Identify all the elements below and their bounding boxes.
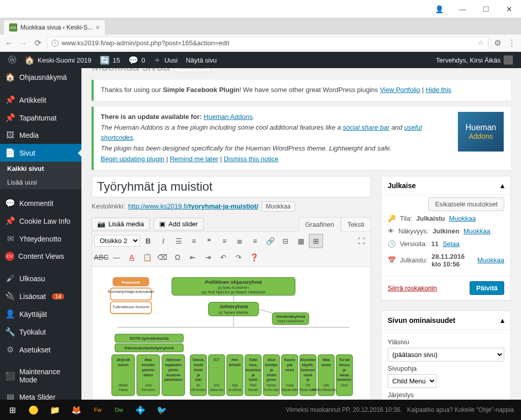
align-left-button[interactable]: ≡: [217, 234, 231, 248]
toggle-icon[interactable]: ▴: [501, 182, 504, 190]
site-name-link[interactable]: 🏠Keski-Suomi 2019: [20, 52, 96, 68]
task-fw-icon[interactable]: Fw: [88, 400, 108, 420]
browser-menu-icon[interactable]: ⋮: [507, 38, 517, 48]
italic-button[interactable]: I: [156, 234, 170, 248]
more-button[interactable]: ⊟: [278, 234, 293, 248]
hr-button[interactable]: —: [109, 250, 124, 264]
help-button[interactable]: ❓: [247, 250, 261, 264]
start-button[interactable]: ⊞: [2, 400, 22, 420]
columns-button[interactable]: ▦: [294, 234, 308, 248]
tab-close-icon[interactable]: ×: [96, 23, 100, 32]
task-app-icon[interactable]: 💠: [130, 400, 151, 420]
comments-link[interactable]: 💬0: [124, 52, 149, 68]
task-chrome-icon[interactable]: 🟡: [23, 400, 44, 420]
add-slider-button[interactable]: ▣Add slider: [154, 218, 204, 230]
reload-icon[interactable]: ⟳: [33, 38, 43, 48]
dismiss-notice-link[interactable]: Dismiss this notice: [224, 155, 279, 163]
window-maximize-button[interactable]: ☐: [474, 0, 498, 18]
menu-comments[interactable]: 💬Kommentit: [0, 194, 81, 212]
menu-appearance[interactable]: 🖌Ulkoasu: [0, 270, 81, 287]
social-share-link[interactable]: social share bar: [343, 124, 390, 131]
remind-later-link[interactable]: Remind me later: [170, 155, 218, 163]
toggle-icon[interactable]: ▴: [501, 316, 504, 324]
user-greeting[interactable]: Tervehdys, Kirsi Äikäs: [432, 52, 517, 68]
browse-revisions-link[interactable]: Selaa: [443, 240, 459, 248]
updates-link[interactable]: 🔄15: [96, 52, 124, 68]
menu-maintenance[interactable]: ⬛Maintenance Mode: [0, 364, 81, 388]
wp-logo[interactable]: ⓦ: [4, 52, 20, 68]
text-tab[interactable]: Teksti: [341, 217, 371, 231]
edit-date-link[interactable]: Muokkaa: [477, 256, 504, 264]
edit-visibility-link[interactable]: Muokkaa: [464, 227, 490, 235]
align-right-button[interactable]: ≡: [248, 234, 262, 248]
menu-settings[interactable]: ⚙Asetukset: [0, 341, 81, 358]
task-thunderbird-icon[interactable]: 🐦: [152, 400, 172, 420]
task-explorer-icon[interactable]: 📁: [45, 400, 65, 420]
bookmark-star-icon[interactable]: ☆: [478, 39, 484, 47]
undo-button[interactable]: ↶: [216, 250, 230, 264]
permalink-base-link[interactable]: http://www.ks2019.fi/tyoryhmat-ja-muisti…: [128, 202, 258, 210]
new-content-link[interactable]: ＋Uusi: [149, 52, 182, 68]
paste-text-button[interactable]: 📋: [140, 250, 154, 264]
textcolor-button[interactable]: A: [125, 250, 139, 264]
format-select[interactable]: Otsikko 2: [94, 235, 140, 247]
begin-updating-link[interactable]: Begin updating plugin: [101, 155, 164, 163]
submenu-all-pages[interactable]: Kaikki sivut: [0, 162, 81, 175]
window-close-button[interactable]: ✕: [498, 0, 521, 18]
menu-media[interactable]: 🖼Media: [0, 127, 81, 144]
window-account-icon[interactable]: 👤: [427, 0, 451, 18]
hueman-addons-link[interactable]: Hueman Addons: [204, 113, 252, 121]
template-select[interactable]: Child Menu: [388, 374, 437, 388]
number-list-button[interactable]: ≡: [187, 234, 201, 248]
svg-text:piiriin: piiriin: [168, 368, 178, 372]
back-icon[interactable]: ←: [4, 39, 14, 48]
submenu-add-new[interactable]: Lisää uusi: [0, 175, 81, 189]
indent-button[interactable]: ⇥: [201, 250, 215, 264]
link-button[interactable]: 🔗: [263, 234, 277, 248]
add-media-button[interactable]: 📷Lisää media: [92, 218, 150, 230]
menu-dashboard[interactable]: 🏠Ohjausnäkymä: [0, 68, 81, 86]
fullscreen-button[interactable]: ⛶: [354, 234, 368, 248]
preview-button[interactable]: Esikatsele muutokset: [428, 197, 504, 211]
menu-users[interactable]: 👤Käyttäjät: [0, 305, 81, 323]
strike-button[interactable]: ABC: [94, 250, 108, 264]
view-page-link[interactable]: Näytä sivu: [182, 52, 221, 68]
bullet-list-button[interactable]: ☰: [171, 234, 186, 248]
align-center-button[interactable]: ≣: [233, 234, 247, 248]
menu-contact[interactable]: ✉Yhteydenotto: [0, 230, 81, 248]
visual-tab[interactable]: Graafinen: [299, 217, 341, 232]
add-new-page-button[interactable]: Lisää uusi: [175, 68, 211, 72]
menu-cookie-law[interactable]: 📌Cookie Law Info: [0, 212, 81, 230]
edit-permalink-button[interactable]: Muokkaa: [262, 201, 296, 212]
menu-metaslider[interactable]: ▤Meta Slider: [0, 388, 81, 400]
view-portfolio-link[interactable]: View Portfolio: [380, 86, 420, 94]
bold-button[interactable]: B: [141, 234, 155, 248]
quote-button[interactable]: ❝: [202, 234, 216, 248]
task-dw-icon[interactable]: Dw: [109, 400, 129, 420]
menu-plugins[interactable]: 🔌Lisäosat14: [0, 287, 81, 305]
redo-button[interactable]: ↷: [231, 250, 246, 264]
menu-events[interactable]: 📌Tapahtumat: [0, 109, 81, 127]
parent-select[interactable]: (päätason sivu): [388, 348, 504, 362]
site-info-icon[interactable]: i: [51, 40, 59, 47]
settings-gear-icon[interactable]: ⚙: [493, 38, 503, 48]
browser-tab[interactable]: KS Muokkaa sivua ‹ Keski-S... ×: [4, 20, 105, 35]
clear-format-button[interactable]: ⌫: [155, 250, 169, 264]
editor-canvas[interactable]: Foorumit Kunnanjohtaja-kokoukset Tulevai…: [92, 267, 371, 400]
window-minimize-button[interactable]: —: [451, 0, 474, 18]
task-firefox-icon[interactable]: 🦊: [66, 400, 86, 420]
edit-status-link[interactable]: Muokkaa: [449, 215, 476, 222]
address-bar[interactable]: i www.ks2019.fi/wp-admin/post.php?post=1…: [47, 37, 488, 50]
special-char-button[interactable]: Ω: [170, 250, 185, 264]
post-title-input[interactable]: [92, 176, 371, 197]
menu-pages[interactable]: 📄Sivut: [0, 144, 81, 162]
menu-content-views[interactable]: CVContent Views: [0, 248, 81, 265]
menu-tools[interactable]: 🔧Työkalut: [0, 323, 81, 341]
svg-text:luonnon: luonnon: [301, 368, 315, 372]
menu-posts[interactable]: 📌Artikkelit: [0, 91, 81, 109]
outdent-button[interactable]: ⇤: [186, 250, 200, 264]
toolbar-toggle-button[interactable]: ⊞: [309, 234, 323, 248]
update-button[interactable]: Päivitä: [470, 281, 504, 295]
trash-link[interactable]: Siirrä roskakoriin: [388, 284, 437, 292]
hide-this-link[interactable]: Hide this: [426, 86, 452, 94]
